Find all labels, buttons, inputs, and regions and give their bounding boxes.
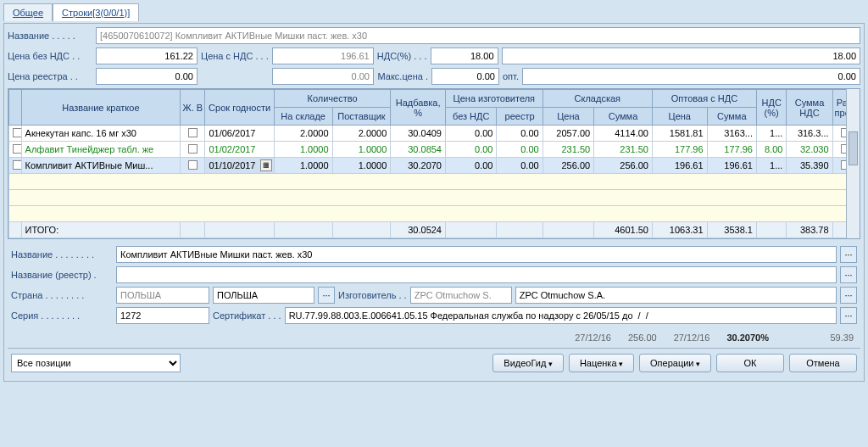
mfr2-input[interactable]: [515, 287, 837, 304]
price-novat-input[interactable]: [96, 47, 198, 64]
lower-name-ellipsis-button[interactable]: ···: [840, 246, 857, 263]
data-grid[interactable]: Название краткое Ж. В Срок годности Коли…: [8, 89, 860, 238]
table-row[interactable]: Акнекутан капс. 16 мг x30 01/06/2017 2.0…: [9, 126, 860, 142]
markup-button[interactable]: Наценка: [569, 354, 634, 372]
label-registry-price: Цена реестра . .: [8, 71, 92, 81]
label-lower-registry: Название (реестр) .: [11, 270, 113, 280]
col-mfr-price[interactable]: Цена изготовителя: [445, 90, 542, 108]
lower-registry-input[interactable]: [116, 266, 837, 283]
label-max-price: Макс.цена .: [377, 71, 428, 81]
opt-input[interactable]: [522, 68, 860, 85]
col-jv[interactable]: Ж. В: [181, 90, 205, 126]
col-vat-sum[interactable]: Сумма НДС: [787, 90, 832, 126]
operations-button[interactable]: Операции: [639, 354, 711, 372]
col-quantity[interactable]: Количество: [274, 90, 391, 108]
footer-total: 59.39: [786, 332, 854, 343]
mfr1-input[interactable]: [410, 287, 512, 304]
calendar-icon[interactable]: ▦: [260, 159, 272, 171]
label-series: Серия . . . . . . . .: [11, 310, 113, 321]
row-checkbox[interactable]: [13, 128, 21, 137]
price-vat-input[interactable]: [272, 47, 374, 64]
totals-osum: 3538.1: [707, 222, 756, 238]
col-wsum[interactable]: Сумма: [594, 108, 653, 126]
series-input[interactable]: [116, 307, 209, 324]
mfr-ellipsis-button[interactable]: ···: [840, 287, 857, 304]
label-cert: Сертификат . . .: [213, 310, 281, 321]
footer-pct: 30.2070%: [726, 332, 769, 343]
totals-vatsum: 383.78: [787, 222, 832, 238]
col-instock[interactable]: На складе: [274, 108, 332, 126]
lower-registry-ellipsis-button[interactable]: ···: [840, 266, 857, 283]
name-input[interactable]: [96, 27, 860, 44]
totals-markup: 30.0524: [391, 222, 446, 238]
col-wprice[interactable]: Цена: [542, 108, 593, 126]
col-vat-pct[interactable]: НДС (%): [756, 90, 786, 126]
jv-checkbox[interactable]: [188, 160, 198, 170]
registry-price-input[interactable]: [96, 68, 198, 85]
label-mfr: Изготовитель . .: [338, 290, 407, 300]
videoguide-button[interactable]: ВидеоГид: [492, 354, 564, 372]
totals-oprice: 1063.31: [652, 222, 707, 238]
vat-pct-input[interactable]: [431, 47, 498, 64]
col-wholesale[interactable]: Оптовая с НДС: [652, 90, 756, 108]
max-price-input[interactable]: [431, 68, 499, 85]
lower-name-input[interactable]: [116, 246, 837, 263]
col-shortname[interactable]: Название краткое: [21, 90, 181, 126]
label-name: Название . . . . .: [8, 31, 92, 41]
country-ellipsis-button[interactable]: ···: [318, 287, 335, 304]
row-checkbox[interactable]: [13, 144, 21, 154]
country2-input[interactable]: [213, 287, 314, 304]
vat-right-input[interactable]: [502, 47, 860, 64]
col-registry[interactable]: реестр: [497, 108, 542, 126]
col-osum[interactable]: Сумма: [707, 108, 756, 126]
ok-button[interactable]: ОК: [716, 354, 784, 372]
tab-lines[interactable]: Строки[3(0/0/1)]: [53, 3, 139, 21]
col-supplier[interactable]: Поставщик: [332, 108, 391, 126]
col-warehouse[interactable]: Складская: [542, 90, 652, 108]
col-oprice[interactable]: Цена: [652, 108, 707, 126]
cancel-button[interactable]: Отмена: [789, 354, 857, 372]
label-price-vat: Цена с НДС . . .: [201, 51, 269, 61]
jv-checkbox[interactable]: [188, 128, 198, 137]
label-lower-name: Название . . . . . . . .: [11, 249, 113, 260]
table-row[interactable]: Компливит АКТИВные Миш... 01/10/2017▦ 1.…: [9, 158, 860, 174]
country1-input[interactable]: [116, 287, 209, 304]
cert-ellipsis-button[interactable]: ···: [840, 307, 857, 324]
col-markup[interactable]: Надбавка, %: [391, 90, 446, 126]
totals-wsum: 4601.50: [594, 222, 653, 238]
table-row[interactable]: Алфавит Тинейджер табл. же 01/02/2017 1.…: [9, 142, 860, 158]
label-opt: опт.: [503, 71, 519, 81]
totals-label: ИТОГО:: [21, 222, 181, 238]
cert-input[interactable]: [285, 307, 837, 324]
blank-zero-input: [272, 68, 374, 85]
row-checkbox[interactable]: [13, 160, 21, 170]
col-expiry[interactable]: Срок годности: [205, 90, 274, 126]
label-vat-pct: НДС(%) . . .: [377, 51, 427, 61]
footer-date2: 27/12/16: [674, 332, 710, 343]
grid-scrollbar[interactable]: [846, 89, 860, 238]
positions-combo[interactable]: Все позиции: [11, 354, 181, 372]
col-novat[interactable]: без НДС: [445, 108, 496, 126]
tab-general[interactable]: Общее: [3, 3, 53, 21]
jv-checkbox[interactable]: [188, 144, 198, 154]
label-country: Страна . . . . . . . .: [11, 290, 113, 300]
footer-val1: 256.00: [628, 332, 657, 343]
label-price-novat: Цена без НДС . .: [8, 51, 92, 61]
footer-date1: 27/12/16: [575, 332, 611, 343]
